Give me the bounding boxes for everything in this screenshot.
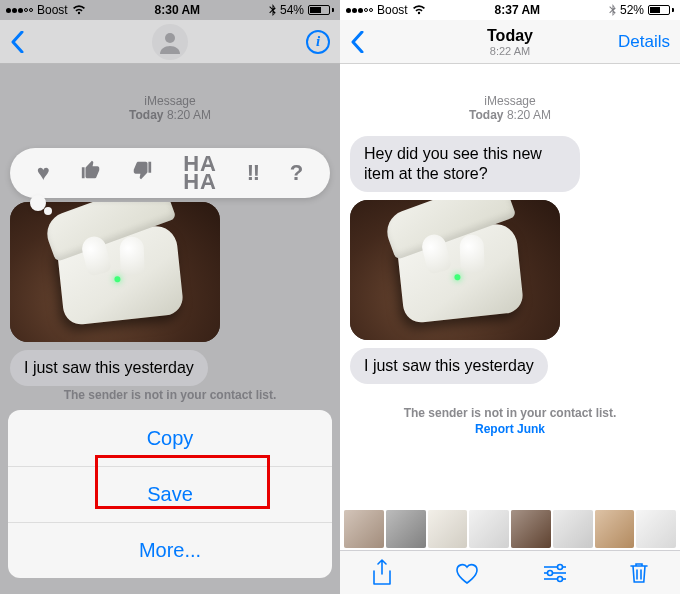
contact-warning: The sender is not in your contact list. … — [350, 406, 670, 436]
signal-dots-icon — [346, 8, 373, 13]
status-right: 54% — [269, 3, 334, 17]
details-button[interactable]: Details — [618, 32, 670, 52]
report-junk-link[interactable]: Report Junk — [350, 422, 670, 436]
battery-pct: 54% — [280, 3, 304, 17]
bluetooth-icon — [609, 4, 616, 16]
phone-left: Boost 8:30 AM 54% i iMessage To — [0, 0, 340, 594]
image-attachment[interactable] — [350, 200, 560, 340]
phone-right: Boost 8:37 AM 52% Today 8:22 AM Details … — [340, 0, 680, 594]
battery-icon — [648, 5, 674, 15]
status-left: Boost — [6, 3, 86, 17]
wifi-icon — [72, 5, 86, 15]
wifi-icon — [412, 5, 426, 15]
tapback-thumbs-down-icon[interactable] — [131, 159, 153, 187]
timestamp: Today 8:20 AM — [10, 108, 330, 122]
back-button[interactable] — [350, 31, 364, 53]
contact-warning-text: The sender is not in your contact list. — [350, 406, 670, 420]
contact-warning: The sender is not in your contact list. — [0, 388, 340, 402]
avatar-icon — [152, 24, 188, 60]
status-bar: Boost 8:30 AM 54% — [0, 0, 340, 20]
thumbnail[interactable] — [553, 510, 593, 548]
nav-avatar[interactable] — [152, 24, 188, 60]
status-bar: Boost 8:37 AM 52% — [340, 0, 680, 20]
conversation: iMessage Today 8:20 AM Hey did you see t… — [340, 64, 680, 436]
toolbar — [340, 550, 680, 594]
action-sheet: Copy Save More... — [8, 410, 332, 586]
conversation: iMessage Today 8:20 AM I just saw this y… — [0, 64, 340, 390]
tapback-haha-icon[interactable]: HAHA — [183, 155, 217, 190]
carrier-label: Boost — [37, 3, 68, 17]
nav-bar: Today 8:22 AM Details — [340, 20, 680, 64]
message-bubble-1[interactable]: Hey did you see this new item at the sto… — [350, 136, 580, 192]
heart-icon[interactable] — [454, 561, 480, 585]
photo-thumbnail-strip[interactable] — [340, 508, 680, 550]
nav-title-time: 8:22 AM — [487, 45, 533, 57]
battery-pct: 52% — [620, 3, 644, 17]
tapback-question-icon[interactable]: ? — [290, 160, 303, 186]
thumbnail[interactable] — [595, 510, 635, 548]
tapback-tail — [30, 195, 46, 211]
thumbnail[interactable] — [344, 510, 384, 548]
share-icon[interactable] — [371, 559, 393, 587]
svg-point-4 — [547, 570, 552, 575]
thumbnail[interactable] — [636, 510, 676, 548]
status-time: 8:30 AM — [155, 3, 201, 17]
service-label: iMessage — [10, 94, 330, 108]
bluetooth-icon — [269, 4, 276, 16]
nav-title-day: Today — [487, 27, 533, 45]
trash-icon[interactable] — [629, 561, 649, 585]
thumbnail[interactable] — [469, 510, 509, 548]
nav-bar: i — [0, 20, 340, 64]
svg-point-6 — [557, 576, 562, 581]
save-button[interactable]: Save — [8, 466, 332, 522]
thumbnail[interactable] — [386, 510, 426, 548]
signal-dots-icon — [6, 8, 33, 13]
conversation-header: iMessage Today 8:20 AM — [10, 94, 330, 122]
service-label: iMessage — [350, 94, 670, 108]
info-button[interactable]: i — [306, 30, 330, 54]
thumbnail[interactable] — [428, 510, 468, 548]
action-sheet-group: Copy Save More... — [8, 410, 332, 578]
tapback-menu: ♥ HAHA ‼ ? — [10, 148, 330, 198]
message-bubble-reply[interactable]: I just saw this yesterday — [10, 350, 208, 386]
nav-title: Today 8:22 AM — [487, 27, 533, 57]
image-attachment[interactable] — [10, 202, 220, 342]
carrier-label: Boost — [377, 3, 408, 17]
tapback-heart-icon[interactable]: ♥ — [37, 160, 50, 186]
conversation-header: iMessage Today 8:20 AM — [350, 94, 670, 122]
battery-icon — [308, 5, 334, 15]
tapback-exclaim-icon[interactable]: ‼ — [247, 160, 260, 186]
copy-button[interactable]: Copy — [8, 410, 332, 466]
svg-point-0 — [165, 33, 175, 43]
timestamp: Today 8:20 AM — [350, 108, 670, 122]
sliders-icon[interactable] — [542, 562, 568, 584]
thumbnail[interactable] — [511, 510, 551, 548]
status-time: 8:37 AM — [495, 3, 541, 17]
back-button[interactable] — [10, 31, 24, 53]
svg-point-2 — [557, 564, 562, 569]
tapback-thumbs-up-icon[interactable] — [80, 159, 102, 187]
more-button[interactable]: More... — [8, 522, 332, 578]
message-bubble-reply[interactable]: I just saw this yesterday — [350, 348, 548, 384]
status-right: 52% — [609, 3, 674, 17]
status-left: Boost — [346, 3, 426, 17]
